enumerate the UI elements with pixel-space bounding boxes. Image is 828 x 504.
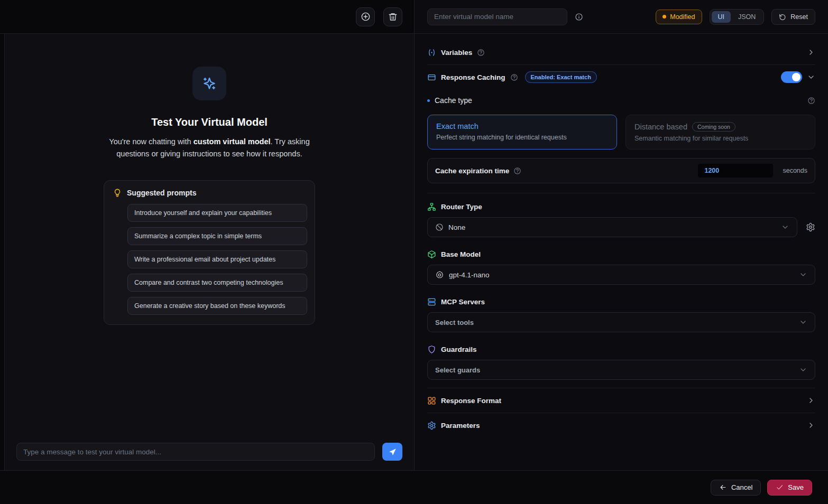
prompt-button[interactable]: Compare and contrast two competing techn…	[127, 274, 307, 292]
suggested-prompts-title: Suggested prompts	[127, 189, 196, 197]
section-response-format[interactable]: Response Format	[427, 388, 815, 413]
caching-status-badge: Enabled: Exact match	[525, 71, 597, 83]
suggested-prompts-header: Suggested prompts	[113, 188, 306, 198]
chevron-right-icon	[807, 421, 815, 430]
view-toggle-json[interactable]: JSON	[732, 11, 762, 23]
footer-bar: Cancel Save	[0, 470, 828, 504]
cache-type-options: Exact match Perfect string matching for …	[427, 115, 815, 150]
modified-badge: Modified	[656, 10, 702, 24]
chat-subtitle: You're now chatting with custom virtual …	[96, 136, 323, 160]
gear-icon	[806, 222, 815, 232]
guardrails-select[interactable]: Select guards	[427, 360, 815, 380]
check-icon	[776, 483, 784, 491]
none-icon	[435, 223, 444, 231]
mcp-servers-select[interactable]: Select tools	[427, 312, 815, 332]
prompt-button[interactable]: Write a professional email about project…	[127, 250, 307, 268]
cache-expiration-input[interactable]	[698, 164, 773, 178]
sparkles-icon	[201, 76, 217, 91]
prompt-button[interactable]: Summarize a complex topic in simple term…	[127, 227, 307, 245]
cache-expiration-row: Cache expiration time seconds	[427, 158, 815, 183]
chat-toolbar	[0, 0, 414, 34]
cache-option-distance-based[interactable]: Distance based Coming soon Semantic matc…	[625, 115, 815, 150]
sparkles-badge	[192, 67, 226, 100]
router-icon	[427, 202, 436, 211]
base-model-select[interactable]: gpt-4.1-nano	[427, 265, 815, 285]
config-scroll: Variables Response Caching Enabled: Exac…	[415, 34, 828, 470]
cache-type-header: Cache type	[427, 89, 815, 111]
trash-icon	[388, 12, 398, 22]
help-icon[interactable]	[513, 167, 521, 175]
cache-icon	[427, 73, 436, 82]
model-name-input[interactable]	[427, 8, 567, 25]
suggested-prompts-card: Suggested prompts Introduce yourself and…	[104, 180, 315, 325]
arrow-left-icon	[719, 483, 727, 491]
base-model-icon	[427, 250, 436, 259]
cache-expiration-unit: seconds	[783, 167, 807, 174]
chevron-down-icon	[807, 73, 815, 81]
lightbulb-icon	[113, 188, 122, 198]
section-mcp-servers: MCP Servers Select tools	[427, 288, 815, 336]
view-toggle: UI JSON	[710, 9, 765, 25]
chat-body: Test Your Virtual Model You're now chatt…	[4, 34, 414, 470]
chevron-right-icon	[807, 48, 815, 57]
help-icon[interactable]	[807, 97, 815, 105]
prompt-button[interactable]: Generate a creative story based on these…	[127, 297, 307, 315]
shield-icon	[427, 345, 436, 354]
config-header: Modified UI JSON Reset	[415, 0, 828, 34]
send-icon	[388, 447, 397, 456]
help-icon[interactable]	[510, 73, 518, 81]
save-button[interactable]: Save	[767, 480, 812, 496]
section-router-type: Router Type None	[427, 193, 815, 241]
cache-option-exact-match[interactable]: Exact match Perfect string matching for …	[427, 115, 617, 150]
chat-panel: Test Your Virtual Model You're now chatt…	[0, 0, 414, 470]
new-chat-button[interactable]	[356, 7, 375, 26]
config-panel: Modified UI JSON Reset Variables	[414, 0, 828, 470]
modified-dot-icon	[663, 15, 666, 18]
chevron-down-icon	[799, 318, 807, 326]
response-caching-toggle[interactable]	[781, 71, 802, 83]
chat-title: Test Your Virtual Model	[151, 116, 268, 128]
chat-input-row	[5, 443, 414, 470]
section-response-caching[interactable]: Response Caching Enabled: Exact match	[427, 65, 815, 89]
app: Test Your Virtual Model You're now chatt…	[0, 0, 828, 504]
reset-icon	[779, 13, 786, 21]
section-parameters[interactable]: Parameters	[427, 413, 815, 437]
layout-icon	[427, 396, 436, 405]
chevron-down-icon	[799, 366, 807, 374]
info-icon[interactable]	[575, 13, 583, 21]
chat-message-input[interactable]	[16, 443, 375, 461]
reset-button[interactable]: Reset	[771, 9, 815, 25]
router-settings-button[interactable]	[806, 222, 815, 232]
chevron-right-icon	[807, 396, 815, 405]
servers-icon	[427, 297, 436, 306]
cancel-button[interactable]: Cancel	[711, 480, 761, 496]
variables-icon	[427, 48, 436, 57]
chevron-down-icon	[799, 270, 807, 279]
plus-circle-icon	[361, 12, 371, 22]
coming-soon-badge: Coming soon	[692, 122, 735, 132]
view-toggle-ui[interactable]: UI	[712, 11, 731, 23]
section-variables[interactable]: Variables	[427, 40, 815, 64]
send-button[interactable]	[382, 443, 402, 461]
help-icon[interactable]	[477, 49, 485, 57]
openai-logo-icon	[435, 270, 444, 279]
bullet-icon	[427, 99, 430, 102]
prompt-button[interactable]: Introduce yourself and explain your capa…	[127, 204, 307, 222]
main-area: Test Your Virtual Model You're now chatt…	[0, 0, 828, 470]
router-type-select[interactable]: None	[427, 217, 797, 237]
prompt-list: Introduce yourself and explain your capa…	[127, 204, 306, 315]
parameters-gear-icon	[427, 421, 436, 430]
section-base-model: Base Model gpt-4.1-nano	[427, 241, 815, 288]
section-guardrails: Guardrails Select guards	[427, 336, 815, 384]
clear-chat-button[interactable]	[383, 7, 402, 26]
chevron-down-icon	[781, 223, 789, 231]
